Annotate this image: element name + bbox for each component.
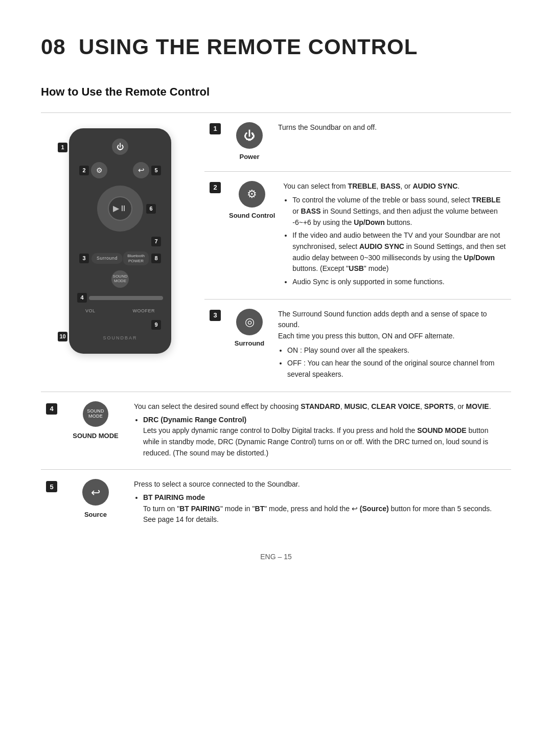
badge-4: 4 (46, 403, 57, 415)
desc-row-3: 3 ◎ Surround The Surround Sound function… (204, 299, 511, 392)
remote-row-slider: 4 (77, 293, 163, 303)
remote-row-gear-source: 2 ⚙ ↩ 5 (77, 162, 163, 178)
soundmode-desc: You can select the desired sound effect … (134, 401, 506, 460)
badge-3: 3 (210, 310, 221, 321)
icon-col-surround: ◎ Surround (229, 309, 270, 349)
source-icon-circle: ↩ (82, 479, 109, 506)
main-content: 1 ⏻ 2 ⚙ ↩ 5 6 ▶⏸ (41, 112, 511, 536)
footnote: ENG – 15 (41, 552, 511, 562)
page-title: 08 USING THE REMOTE CONTROL (41, 31, 511, 63)
soundmode-label: SOUND MODE (73, 431, 119, 441)
remote-row-num7: 7 (77, 237, 163, 246)
icon-col-sound: ⚙ Sound Control (229, 181, 275, 221)
badge-2: 2 (210, 182, 221, 193)
remote-gear-btn[interactable]: ⚙ (91, 162, 107, 178)
power-desc: Turns the Soundbar on and off. (278, 122, 506, 133)
remote-body: 1 ⏻ 2 ⚙ ↩ 5 6 ▶⏸ (69, 128, 171, 354)
surround-desc: The Surround Sound function adds depth a… (278, 309, 506, 382)
remote-row-surround-bt: 3 Surround BluetoothPOWER 8 (77, 251, 163, 265)
badge-1: 1 (210, 123, 221, 134)
remote-col: 1 ⏻ 2 ⚙ ↩ 5 6 ▶⏸ (41, 113, 204, 392)
gear-icon-circle: ⚙ (239, 181, 265, 208)
remote-row-soundbar: SOUNDBAR 10 (77, 335, 163, 342)
icon-col-power: ⏻ Power (229, 122, 270, 162)
power-desc-text: Turns the Soundbar on and off. (278, 123, 377, 131)
source-label: Source (84, 510, 107, 520)
remote-num-7: 7 (151, 237, 161, 246)
remote-soundbar-label: SOUNDBAR (103, 335, 137, 342)
soundmode-icon-circle: SOUNDMODE (83, 401, 108, 427)
bottom-rows: 4 SOUNDMODE SOUND MODE You can select th… (41, 392, 511, 536)
remote-num-2: 2 (79, 166, 89, 175)
remote-wrapper: 1 ⏻ 2 ⚙ ↩ 5 6 ▶⏸ (69, 128, 171, 354)
remote-bt-btn[interactable]: BluetoothPOWER (123, 251, 149, 265)
sound-control-desc: You can select from TREBLE, BASS, or AUD… (283, 181, 506, 290)
remote-source-btn[interactable]: ↩ (133, 162, 149, 178)
section-title: How to Use the Remote Control (41, 83, 511, 100)
surround-label: Surround (235, 338, 265, 349)
remote-nav-row: 6 ▶⏸ 6 (77, 186, 163, 232)
remote-row-soundmode: SOUNDMODE (77, 270, 163, 288)
remote-section: 1 ⏻ 2 ⚙ ↩ 5 6 ▶⏸ (41, 112, 511, 392)
surround-icon-circle: ◎ (236, 309, 263, 335)
remote-power-btn[interactable]: ⏻ (112, 139, 128, 155)
bottom-row-5: 5 ↩ Source Press to select a source conn… (41, 469, 511, 536)
remote-row-power: 1 ⏻ (77, 139, 163, 155)
table-col: 1 ⏻ Power Turns the Soundbar on and off.… (204, 113, 511, 392)
remote-num-9: 9 (151, 320, 161, 330)
title-text: USING THE REMOTE CONTROL (79, 35, 418, 59)
remote-nav-ring[interactable]: ▶⏸ (97, 186, 143, 232)
remote-num-4: 4 (77, 293, 87, 303)
power-icon-circle: ⏻ (236, 122, 263, 149)
remote-soundmode-btn[interactable]: SOUNDMODE (111, 270, 129, 288)
remote-vol-slider[interactable] (89, 296, 163, 300)
remote-row-num9: 9 (77, 320, 163, 330)
remote-nav-center[interactable]: ▶⏸ (108, 196, 132, 221)
bottom-left-4: SOUNDMODE SOUND MODE (67, 401, 124, 441)
badge-5: 5 (46, 481, 57, 492)
bottom-row-4: 4 SOUNDMODE SOUND MODE You can select th… (41, 392, 511, 469)
remote-woofer-label: WOOFER (133, 308, 155, 315)
desc-row-1: 1 ⏻ Power Turns the Soundbar on and off. (204, 113, 511, 171)
remote-num-6: 6 (146, 204, 156, 214)
remote-num-5: 5 (151, 166, 161, 175)
remote-vol-label: VOL (85, 308, 96, 315)
remote-num-10: 10 (58, 332, 67, 341)
desc-row-2: 2 ⚙ Sound Control You can select from TR… (204, 171, 511, 299)
chapter-number: 08 (41, 35, 66, 59)
remote-surround-btn[interactable]: Surround (91, 253, 123, 264)
remote-num-1: 1 (58, 143, 67, 152)
remote-num-3: 3 (79, 254, 89, 263)
power-label: Power (239, 152, 259, 162)
source-desc: Press to select a source connected to th… (134, 479, 506, 527)
remote-row-vol-woofer: VOL WOOFER (77, 308, 163, 315)
bottom-left-5: ↩ Source (67, 479, 124, 520)
sound-control-label: Sound Control (229, 211, 275, 221)
remote-num-8: 8 (151, 254, 161, 263)
